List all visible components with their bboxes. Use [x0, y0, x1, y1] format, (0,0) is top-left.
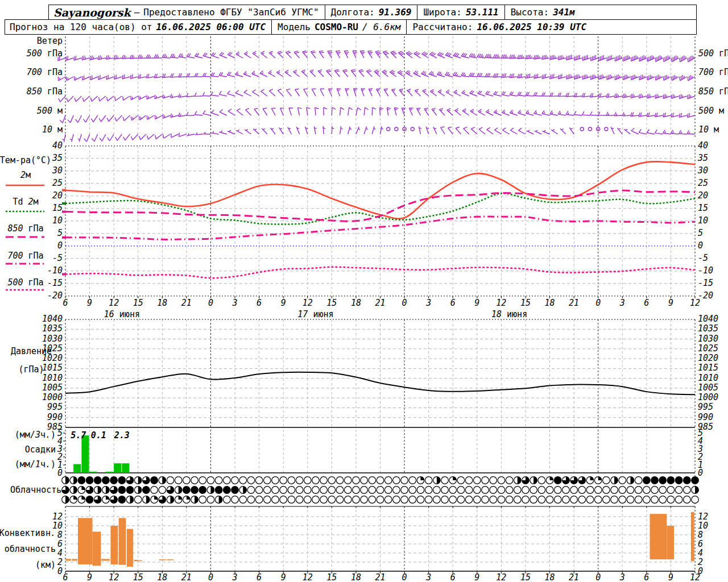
- wind-barb: [66, 77, 73, 81]
- cloud-cover-symbol: [159, 487, 166, 494]
- wind-barb: [138, 55, 146, 59]
- wind-barb: [263, 108, 267, 115]
- wind-barb: [340, 107, 344, 115]
- cloud-cover-symbol: [312, 496, 320, 504]
- wind-barb: [493, 55, 501, 58]
- cloud-cover-symbol: [425, 487, 432, 494]
- wind-barb: [219, 72, 227, 77]
- wind-barb: [383, 51, 389, 58]
- wind-barb: [478, 109, 485, 115]
- hour-label-mid: 18: [157, 298, 167, 308]
- series-axis-marker: [62, 236, 66, 239]
- cloud-cover-symbol: [361, 496, 368, 504]
- cloud-cover-symbol: [264, 496, 271, 504]
- cloud-fill: [518, 477, 521, 484]
- wind-barb: [647, 55, 655, 61]
- cloud-cover-symbol: [570, 487, 578, 494]
- wind-barb: [202, 132, 210, 134]
- wind-barb: [131, 115, 138, 120]
- cloud-cover-symbol: [369, 496, 376, 504]
- cloud-cover-symbol: [619, 487, 626, 494]
- cloud-cover-symbol: [659, 496, 667, 504]
- cloud-cover-symbol: [417, 487, 424, 494]
- cloud-fill: [453, 477, 456, 480]
- wind-barb: [59, 96, 65, 102]
- wind-barb: [171, 114, 179, 118]
- precip-3h-value: 5.7: [71, 431, 86, 440]
- cloud-fill: [118, 487, 126, 494]
- wind-barb: [432, 108, 437, 115]
- wind-barb: [606, 112, 614, 115]
- cloud-cover-symbol: [264, 487, 271, 494]
- cloud-cover-symbol: [433, 496, 441, 504]
- wind-barb: [599, 55, 606, 61]
- wind-barb: [542, 93, 550, 96]
- hour-label-mid: 3: [620, 298, 625, 308]
- cloud-cover-symbol: [425, 496, 432, 504]
- cloud-cover-symbol: [393, 487, 400, 494]
- cloud-cover-symbol: [344, 496, 351, 504]
- cloud-cover-symbol: [288, 487, 295, 494]
- wind-barb: [445, 52, 453, 58]
- cloud-cover-symbol: [538, 487, 545, 494]
- wind-barb: [542, 55, 550, 60]
- cloud-fill: [590, 477, 594, 480]
- wind-panel-title: Ветер: [37, 36, 63, 46]
- cloud-cover-symbol: [328, 487, 336, 494]
- cloud-cover-symbol: [441, 477, 449, 484]
- wind-barb: [664, 75, 671, 81]
- wind-barb: [469, 73, 477, 77]
- wind-barb: [550, 74, 558, 78]
- convective-cloud-bar: [650, 514, 667, 559]
- cloud-cover-symbol: [393, 477, 400, 484]
- wind-barb: [631, 74, 639, 80]
- temp-ytick-left: 40: [52, 141, 63, 151]
- wind-barb: [270, 128, 275, 134]
- hour-label-bottom: 0: [595, 573, 601, 582]
- wind-barb: [448, 127, 453, 134]
- wind-barb: [237, 109, 243, 115]
- wind-barb: [228, 52, 235, 58]
- cloud-cover-symbol: [490, 477, 497, 484]
- pressure-ytick-left: 995: [47, 402, 63, 412]
- wind-barb: [364, 107, 369, 115]
- wind-barb: [253, 90, 259, 96]
- wind-barb: [187, 112, 195, 115]
- wind-barb: [163, 94, 170, 98]
- wind-barb: [631, 55, 639, 61]
- wind-barb: [394, 107, 398, 115]
- precip-bar: [81, 435, 89, 473]
- cloud-fill: [73, 487, 77, 494]
- wind-barb: [179, 132, 187, 136]
- cloud-cover-symbol: [280, 496, 287, 504]
- wind-barb: [526, 55, 533, 59]
- temp-ytick-right: 5: [698, 228, 703, 238]
- wind-barb: [377, 89, 380, 96]
- calm-wind-icon: [411, 127, 414, 131]
- cloud-cover-symbol: [384, 496, 392, 504]
- cloud-cover-symbol: [344, 477, 351, 484]
- hour-label-mid: 21: [375, 298, 385, 308]
- legend-label-t850: 850 гПа: [7, 224, 43, 234]
- wind-barb: [582, 93, 590, 97]
- hour-label-bottom: 15: [326, 573, 337, 582]
- temp-panel-title: Тем-ра(°C): [0, 156, 51, 165]
- cloud-cover-symbol: [594, 487, 602, 494]
- hour-label-bottom: 6: [644, 573, 649, 582]
- conv-panel-unit: (км): [35, 560, 56, 570]
- wind-barb: [606, 93, 614, 97]
- wind-barb: [74, 56, 81, 60]
- wind-level-label-right: 700 гПа: [698, 68, 728, 77]
- cloud-cover-symbol: [498, 487, 505, 494]
- precip-3h-value: 0.1: [91, 431, 106, 440]
- wind-barb: [261, 89, 267, 96]
- cloud-cover-symbol: [578, 487, 586, 494]
- wind-barb: [245, 130, 251, 134]
- cloud-cover-symbol: [247, 477, 255, 484]
- wind-barb: [326, 70, 332, 77]
- wind-barb: [311, 51, 316, 58]
- convective-cloud-bar: [667, 526, 674, 559]
- wind-barb: [526, 92, 533, 96]
- wind-barb: [419, 126, 421, 134]
- wind-barb: [433, 127, 437, 134]
